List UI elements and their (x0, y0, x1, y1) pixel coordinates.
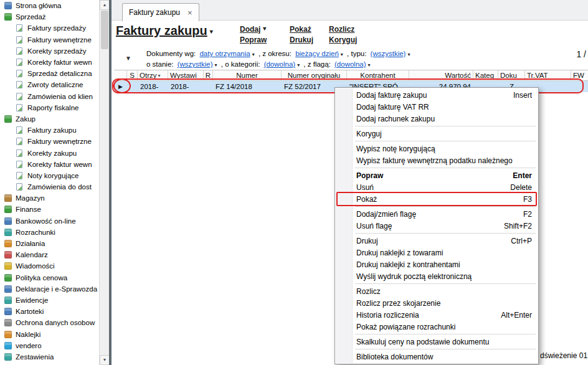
sidebar-item-label: Bankowość on-line (16, 217, 76, 225)
menu-item-usun-flage[interactable]: Usuń flagęShift+F2 (335, 220, 538, 232)
sidebar-item-deklaracje[interactable]: Deklaracje i e-Sprawozda (0, 283, 99, 295)
menu-item-dodaj-fakture-zakupu[interactable]: Dodaj fakturę zakupuInsert (335, 89, 538, 101)
menu-item-label: Wypisz fakturę wewnętrzną podatku należn… (356, 156, 513, 165)
sidebar-item-finanse[interactable]: Finanse (0, 204, 99, 215)
header-kategoria[interactable]: Kateg (473, 70, 498, 80)
sidebar-item-rozrachunki[interactable]: Rozrachunki (0, 227, 99, 238)
filter-link-type[interactable]: (wszystkie) (371, 50, 406, 57)
filter-link-category[interactable]: (dowolna) (264, 60, 296, 68)
menu-item-rozlicz[interactable]: Rozlicz (335, 285, 538, 297)
menu-item-rozlicz-przez-skojarzenie[interactable]: Rozlicz przez skojarzenie (335, 297, 538, 309)
sidebar-item-ewidencje[interactable]: Ewidencje (0, 295, 99, 306)
settle-button[interactable]: Rozlicz (329, 25, 354, 34)
sidebar-item-dzialania[interactable]: Działania (0, 238, 99, 249)
menu-item-dodaj-rachunek-zakupu[interactable]: Dodaj rachunek zakupu (335, 113, 538, 125)
sidebar-item-label: Noty korygujące (27, 172, 78, 179)
header-wartosc[interactable]: Wartość (409, 70, 473, 80)
header-r[interactable]: R (204, 70, 213, 80)
sidebar-item-zestawienia[interactable]: Zestawienia (0, 351, 99, 363)
header-numer[interactable]: Numer (213, 70, 282, 80)
menu-separator (355, 126, 536, 126)
edit-button[interactable]: Popraw (240, 36, 267, 44)
filter-funnel-icon[interactable]: ▼ (125, 55, 131, 62)
sidebar-item-magazyn[interactable]: Magazyn (0, 192, 99, 204)
menu-item-drukuj-naklejki-z-towarami[interactable]: Drukuj naklejki z towarami (335, 247, 538, 258)
menu-item-skalkuluj-ceny[interactable]: Skalkuluj ceny na podstawie dokumentu (335, 336, 538, 348)
sidebar-item-faktury-wewnetrzne-sprzedaz[interactable]: Faktury wewnętrzne (0, 34, 99, 45)
sidebar-item-naklejki[interactable]: Naklejki (0, 328, 99, 339)
close-icon[interactable]: × (187, 9, 192, 17)
header-numer-oryginalu[interactable]: Numer oryginału (282, 70, 347, 80)
sidebar-item-bankowosc-on-line[interactable]: Bankowość on-line (0, 216, 99, 227)
menu-item-historia-rozliczenia[interactable]: Historia rozliczeniaAlt+Enter (335, 309, 538, 321)
filter-link-period[interactable]: bieżący dzień (295, 50, 339, 57)
menu-item-wypisz-fakture-wewnetrzna[interactable]: Wypisz fakturę wewnętrzną podatku należn… (335, 154, 538, 166)
menu-item-label: Rozlicz (356, 287, 381, 296)
menu-item-biblioteka-dokumentow[interactable]: Biblioteka dokumentów (335, 351, 538, 363)
page-title-dropdown[interactable]: Faktury zakupu▾ (116, 24, 213, 38)
chevron-down-icon: ▾ (215, 62, 217, 68)
menu-item-drukuj[interactable]: DrukujCtrl+P (335, 235, 538, 247)
sidebar-item-zakup[interactable]: Zakup (0, 113, 99, 125)
menu-item-dodaj-fakture-vat-rr[interactable]: Dodaj fakturę VAT RR (335, 101, 538, 113)
sidebar-item-zamowienia-od-klientow[interactable]: Zamówienia od klien (0, 91, 99, 102)
filter-link-state[interactable]: (wszystkie) (178, 60, 213, 68)
menu-item-pokaz-powiazane-rozrachunki[interactable]: Pokaż powiązane rozrachunki (335, 321, 538, 333)
correct-button[interactable]: Koryguj (329, 36, 357, 44)
filter-label: Dokumenty wg: (146, 50, 196, 57)
header-wystawiono[interactable]: Wystawi (168, 70, 204, 80)
scrollbar-thumb[interactable] (101, 11, 108, 49)
header-otrzymano[interactable]: Otrzy▾ (138, 70, 168, 80)
menu-item-usun[interactable]: UsuńDelete (335, 181, 538, 193)
add-button-label: Dodaj (240, 25, 260, 34)
header-fw[interactable]: FW (571, 70, 588, 80)
header-trvat[interactable]: Tr.VAT (525, 70, 571, 80)
sidebar-item-wiadomosci[interactable]: Wiadomości (0, 260, 99, 272)
sidebar-item-zamowienia-do-dostawcow[interactable]: Zamówienia do dost (0, 181, 99, 192)
menu-item-popraw[interactable]: PoprawEnter (335, 169, 538, 181)
menu-item-drukuj-naklejki-z-kontrahentami[interactable]: Drukuj naklejki z kontrahentami (335, 258, 538, 270)
show-button[interactable]: Pokaż (290, 25, 311, 34)
sidebar-item-label: Zakup (16, 115, 36, 123)
sidebar-scrollbar[interactable]: ▲ ▼ (99, 0, 109, 365)
scroll-up-icon[interactable]: ▲ (100, 0, 110, 10)
filter-link-flag[interactable]: (dowolna) (334, 60, 366, 68)
sidebar-item-korekty-faktur-wewn-zakup[interactable]: Korekty faktur wewn (0, 159, 99, 170)
sidebar-item-zwroty-detaliczne[interactable]: Zwroty detaliczne (0, 79, 99, 90)
menu-item-pokaz[interactable]: PokażF3 (335, 193, 538, 205)
sidebar-item-noty-korygujace[interactable]: Noty korygujące (0, 170, 99, 181)
menu-item-wypisz-note-korygujaca[interactable]: Wypisz notę korygującą (335, 143, 538, 154)
sidebar-item-faktury-zakupu[interactable]: Faktury zakupu (0, 125, 99, 136)
menu-item-label: Wypisz notę korygującą (356, 145, 435, 153)
sidebar-item-kalendarz[interactable]: Kalendarz (0, 249, 99, 260)
menu-item-wyslij-wydruk[interactable]: Wyślij wydruk pocztą elektroniczną (335, 270, 538, 282)
sidebar-item-label: Działania (16, 240, 45, 247)
sidebar-item-sprzedaz[interactable]: Sprzedaż (0, 11, 99, 22)
settle-button-label: Rozlicz (329, 25, 354, 34)
header-kontrahent[interactable]: Kontrahent (347, 70, 409, 80)
header-dokument[interactable]: Doku (498, 70, 525, 80)
sidebar-item-label: Kalendarz (16, 251, 48, 258)
sidebar-item-polityka-cenowa[interactable]: Polityka cenowa (0, 272, 99, 283)
sidebar-item-vendero[interactable]: vendero (0, 340, 99, 351)
shield-icon (4, 319, 12, 326)
filter-link-date-type[interactable]: daty otrzymania (199, 50, 250, 57)
sidebar-item-strona-glowna[interactable]: Strona główna (0, 0, 99, 11)
menu-item-koryguj[interactable]: Koryguj (335, 128, 538, 140)
add-button[interactable]: Dodaj▾ (240, 25, 266, 34)
sidebar-item-korekty-zakupu[interactable]: Korekty zakupu (0, 147, 99, 158)
sidebar-item-korekty-faktur-wewn-sprzedaz[interactable]: Korekty faktur wewn (0, 57, 99, 68)
sidebar-item-korekty-sprzedazy[interactable]: Korekty sprzedaży (0, 45, 99, 57)
warehouse-icon (4, 194, 12, 202)
sidebar-item-kartoteki[interactable]: Kartoteki (0, 306, 99, 317)
sidebar-item-sprzedaz-detaliczna[interactable]: Sprzedaż detaliczna (0, 68, 99, 79)
print-button[interactable]: Drukuj (290, 36, 313, 44)
sidebar-item-ochrona-danych[interactable]: Ochrona danych osobow (0, 317, 99, 328)
menu-item-dodaj-zmien-flage[interactable]: Dodaj/zmień flagęF2 (335, 208, 538, 220)
header-s[interactable]: S (127, 70, 138, 80)
sidebar-item-raporty-fiskalne[interactable]: Raporty fiskalne (0, 102, 99, 113)
sidebar-item-faktury-sprzedazy[interactable]: Faktury sprzedaży (0, 22, 99, 34)
tab-faktury-zakupu[interactable]: Faktury zakupu × (122, 3, 199, 21)
sidebar-item-faktury-wewnetrzne-zakup[interactable]: Faktury wewnętrzne (0, 136, 99, 147)
scroll-down-icon[interactable]: ▼ (100, 355, 110, 365)
